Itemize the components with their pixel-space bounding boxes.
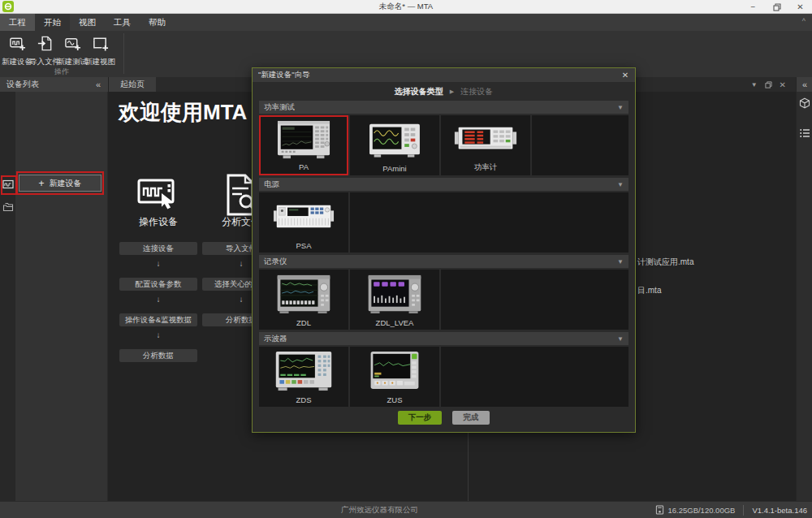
dialog-close-button[interactable]: ✕ bbox=[615, 71, 635, 80]
empty-cell bbox=[441, 347, 628, 407]
list-panel-icon[interactable] bbox=[799, 127, 810, 139]
device-card-psa[interactable]: PSA bbox=[259, 192, 348, 253]
new-test-button[interactable]: 新建测试 bbox=[58, 33, 86, 66]
device-card-zds[interactable]: ZDS bbox=[259, 347, 348, 407]
device-card-pamini[interactable]: PAmini bbox=[350, 115, 439, 175]
device-card-pa[interactable]: PA bbox=[259, 115, 348, 175]
device-row: ZDS ZUS bbox=[259, 347, 628, 407]
finish-button[interactable]: 完成 bbox=[452, 411, 490, 425]
menu-bar: 工程 开始 视图 工具 帮助 ^ bbox=[0, 14, 812, 31]
dialog-footer: 下一步 完成 bbox=[253, 411, 635, 425]
status-right-cluster: 16.25GB/120.00GB V1.4.1-beta.146 bbox=[655, 502, 807, 518]
dialog-body: 选择设备类型 ▶ 连接设备 功率测试 ▼ PA bbox=[259, 82, 628, 408]
status-bar: 广州致远仪器有限公司 16.25GB/120.00GB V1.4.1-beta.… bbox=[0, 501, 812, 518]
new-view-button[interactable]: 新建视图 bbox=[86, 33, 114, 66]
new-device-icon bbox=[9, 33, 26, 55]
wizard-step-next: 连接设备 bbox=[460, 86, 493, 97]
device-image-power-meter bbox=[453, 115, 518, 162]
section-header[interactable]: 记录仪 ▼ bbox=[259, 255, 628, 268]
tab-start-page[interactable]: 起始页 bbox=[109, 77, 156, 92]
new-device-wizard-dialog: "新建设备"向导 ✕ 选择设备类型 ▶ 连接设备 功率测试 ▼ bbox=[252, 67, 636, 433]
device-card-power-meter[interactable]: 功率计 bbox=[441, 115, 530, 175]
dropdown-icon: ▼ bbox=[617, 181, 624, 188]
dialog-title-bar: "新建设备"向导 ✕ bbox=[253, 68, 635, 82]
new-view-icon bbox=[92, 33, 109, 55]
device-image-pa bbox=[274, 117, 334, 162]
operate-device-icon bbox=[136, 173, 180, 217]
device-row: PA PAmini 功率计 bbox=[259, 115, 628, 175]
device-image-zus bbox=[367, 347, 422, 395]
dropdown-icon: ▼ bbox=[617, 258, 624, 265]
menu-item-start[interactable]: 开始 bbox=[35, 14, 70, 31]
section-header[interactable]: 电源 ▼ bbox=[259, 178, 628, 191]
disk-icon bbox=[655, 503, 664, 518]
import-file-button[interactable]: 导入文件 bbox=[31, 33, 58, 66]
app-logo-icon bbox=[2, 1, 14, 12]
app-window: 未命名* — MTA − ✕ 工程 开始 视图 工具 帮助 ^ 新建设备 导入文… bbox=[0, 0, 812, 518]
new-device-button[interactable]: 新建设备 bbox=[3, 33, 31, 66]
minimize-button[interactable]: − bbox=[741, 0, 765, 14]
recent-file-link[interactable]: 目.mta bbox=[637, 285, 661, 296]
app-version: V1.4.1-beta.146 bbox=[752, 506, 807, 515]
window-controls: − ✕ bbox=[741, 0, 812, 14]
section-oscilloscope: 示波器 ▼ ZDS ZUS bbox=[259, 332, 628, 407]
device-list-title: 设备列表 bbox=[6, 79, 96, 90]
sidebar-icon-strip bbox=[0, 92, 15, 501]
annotation-highlight-button bbox=[16, 171, 104, 195]
down-arrow-icon: ↓ bbox=[119, 295, 197, 304]
right-tool-strip: « bbox=[796, 77, 812, 501]
new-test-icon bbox=[64, 33, 81, 55]
device-list-panel: 设备列表 « + 新建设备 bbox=[0, 77, 108, 501]
device-image-zds bbox=[274, 347, 334, 395]
section-header[interactable]: 示波器 ▼ bbox=[259, 332, 628, 345]
down-arrow-icon: ↓ bbox=[119, 259, 197, 268]
step-analyze-data[interactable]: 分析数据 bbox=[119, 349, 197, 362]
cube-panel-icon[interactable] bbox=[799, 97, 810, 109]
step-configure-params[interactable]: 配置设备参数 bbox=[119, 278, 197, 291]
empty-cell bbox=[441, 270, 628, 330]
right-collapse-icon[interactable]: « bbox=[797, 77, 812, 92]
pane-dropdown-icon[interactable]: ▼ bbox=[751, 81, 758, 88]
section-power-test: 功率测试 ▼ PA PAmini bbox=[259, 101, 628, 175]
dropdown-icon: ▼ bbox=[617, 335, 624, 343]
menu-item-project[interactable]: 工程 bbox=[0, 14, 35, 31]
folder-tab-icon[interactable] bbox=[2, 201, 14, 211]
company-name: 广州致远仪器有限公司 bbox=[341, 502, 418, 518]
down-arrow-icon: ↓ bbox=[119, 330, 197, 339]
device-card-zdl[interactable]: ZDL bbox=[259, 270, 348, 330]
title-bar: 未命名* — MTA − ✕ bbox=[0, 0, 812, 14]
close-button[interactable]: ✕ bbox=[788, 0, 812, 14]
device-image-pamini bbox=[366, 115, 423, 164]
ribbon-group-label: 操作 bbox=[0, 67, 123, 77]
menu-item-view[interactable]: 视图 bbox=[70, 14, 105, 31]
pane-close-icon[interactable]: ✕ bbox=[780, 80, 786, 89]
section-header[interactable]: 功率测试 ▼ bbox=[259, 101, 628, 114]
step-operate-monitor[interactable]: 操作设备&监视数据 bbox=[119, 313, 197, 326]
device-card-zdl-lvea[interactable]: ZDL_LVEA bbox=[350, 270, 439, 330]
device-card-zus[interactable]: ZUS bbox=[350, 347, 439, 407]
device-image-zdl-lvea bbox=[365, 270, 424, 318]
import-file-icon bbox=[37, 33, 54, 55]
dialog-title: "新建设备"向导 bbox=[258, 70, 615, 80]
dropdown-icon: ▼ bbox=[617, 104, 624, 111]
ribbon-separator bbox=[123, 33, 124, 74]
next-step-button[interactable]: 下一步 bbox=[398, 411, 442, 425]
panel-collapse-icon[interactable]: « bbox=[96, 80, 101, 89]
menu-item-help[interactable]: 帮助 bbox=[140, 14, 175, 31]
device-list-header: 设备列表 « bbox=[0, 77, 108, 92]
restore-button[interactable] bbox=[765, 0, 788, 14]
status-separator bbox=[743, 505, 744, 516]
ribbon-collapse-icon[interactable]: ^ bbox=[802, 17, 806, 25]
step-connect-device[interactable]: 连接设备 bbox=[119, 242, 197, 255]
recent-file-link[interactable]: 计测试应用.mta bbox=[637, 257, 693, 268]
menu-item-tools[interactable]: 工具 bbox=[105, 14, 140, 31]
window-title: 未命名* — MTA bbox=[0, 2, 812, 12]
breadcrumb-arrow-icon: ▶ bbox=[450, 88, 454, 95]
pane-float-icon[interactable] bbox=[765, 81, 772, 88]
device-row: PSA bbox=[259, 192, 628, 253]
device-image-psa bbox=[271, 192, 336, 241]
device-image-zdl bbox=[274, 270, 333, 318]
wizard-breadcrumb: 选择设备类型 ▶ 连接设备 bbox=[259, 82, 628, 101]
empty-cell bbox=[532, 115, 628, 175]
pane-controls: ▼ ✕ bbox=[751, 77, 786, 92]
